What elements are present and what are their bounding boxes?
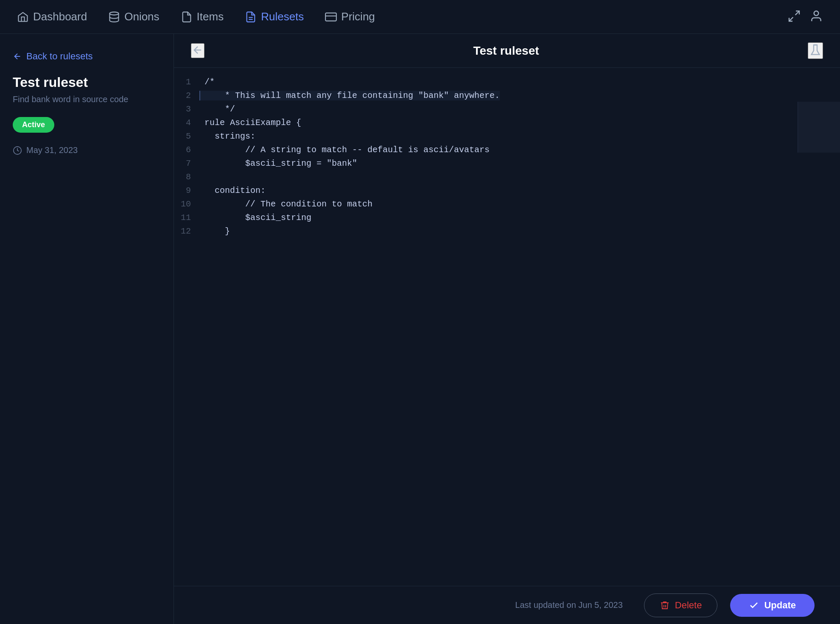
fullscreen-button[interactable] — [787, 9, 801, 25]
content-footer: Last updated on Jun 5, 2023 Delete Updat… — [174, 586, 840, 624]
line-content: } — [199, 226, 230, 236]
line-content: */ — [199, 104, 235, 114]
line-number: 2 — [174, 91, 199, 100]
update-label: Update — [764, 600, 796, 611]
line-number: 5 — [174, 131, 199, 141]
line-number: 10 — [174, 199, 199, 209]
content-header: Test ruleset — [174, 34, 840, 68]
minimap — [798, 102, 840, 153]
nav-left: Dashboard Onions Items Rul — [17, 10, 375, 23]
navbar: Dashboard Onions Items Rul — [0, 0, 840, 34]
back-to-rulesets-link[interactable]: Back to rulesets — [13, 51, 161, 62]
line-content: // The condition to match — [199, 199, 372, 209]
line-content: * This will match any file containing "b… — [199, 91, 500, 100]
nav-rulesets[interactable]: Rulesets — [245, 10, 304, 23]
dashboard-label: Dashboard — [33, 10, 87, 23]
check-icon — [749, 600, 759, 610]
table-row: 6 // A string to match -- default is asc… — [174, 144, 840, 158]
table-row: 5 strings: — [174, 131, 840, 144]
user-profile-button[interactable] — [809, 9, 823, 25]
user-icon — [809, 9, 823, 23]
line-content: // A string to match -- default is ascii… — [199, 145, 490, 155]
table-row: 9 condition: — [174, 185, 840, 198]
document-icon — [245, 11, 257, 23]
nav-dashboard[interactable]: Dashboard — [17, 10, 87, 23]
flask-icon — [809, 43, 822, 57]
back-arrow-icon — [192, 44, 204, 56]
date-row: May 31, 2023 — [13, 145, 161, 155]
line-content: $ascii_string = "bank" — [199, 159, 357, 168]
rulesets-label: Rulesets — [261, 10, 304, 23]
delete-label: Delete — [675, 600, 702, 611]
nav-right — [787, 9, 823, 25]
trash-icon — [660, 600, 670, 610]
line-number: 6 — [174, 145, 199, 155]
content-title: Test ruleset — [473, 44, 539, 58]
code-editor[interactable]: 1/*2 * This will match any file containi… — [174, 68, 840, 586]
delete-button[interactable]: Delete — [644, 593, 718, 617]
line-number: 3 — [174, 104, 199, 114]
table-row: 1/* — [174, 76, 840, 90]
line-content: /* — [199, 77, 215, 87]
ruleset-description: Find bank word in source code — [13, 95, 161, 104]
line-number: 12 — [174, 226, 199, 236]
back-label: Back to rulesets — [26, 51, 93, 62]
line-content: condition: — [199, 186, 266, 195]
content-back-button[interactable] — [191, 43, 204, 58]
line-number: 7 — [174, 159, 199, 168]
table-row: 10 // The condition to match — [174, 198, 840, 212]
credit-card-icon — [325, 11, 337, 23]
table-row: 3 */ — [174, 103, 840, 117]
table-row: 2 * This will match any file containing … — [174, 90, 840, 103]
nav-pricing[interactable]: Pricing — [325, 10, 375, 23]
line-content: rule AsciiExample { — [199, 118, 301, 128]
database-icon — [108, 11, 120, 23]
code-lines: 1/*2 * This will match any file containi… — [174, 76, 840, 239]
line-number: 8 — [174, 172, 199, 182]
svg-line-6 — [789, 17, 793, 21]
line-number: 4 — [174, 118, 199, 128]
table-row: 11 $ascii_string — [174, 212, 840, 226]
status-badge: Active — [13, 117, 54, 133]
pricing-label: Pricing — [341, 10, 375, 23]
line-number: 11 — [174, 213, 199, 223]
last-updated-text: Last updated on Jun 5, 2023 — [515, 600, 623, 610]
ruleset-title: Test ruleset — [13, 75, 161, 90]
update-button[interactable]: Update — [730, 594, 815, 617]
test-ruleset-button[interactable] — [808, 42, 823, 59]
fullscreen-icon — [787, 9, 801, 23]
svg-point-0 — [110, 12, 119, 15]
date-label: May 31, 2023 — [26, 145, 78, 155]
onions-label: Onions — [124, 10, 159, 23]
items-label: Items — [197, 10, 224, 23]
line-number: 1 — [174, 77, 199, 87]
main-layout: Back to rulesets Test ruleset Find bank … — [0, 34, 840, 624]
content-area: Test ruleset 1/*2 * This will match any … — [174, 34, 840, 624]
nav-onions[interactable]: Onions — [108, 10, 159, 23]
table-row: 4rule AsciiExample { — [174, 117, 840, 131]
sidebar: Back to rulesets Test ruleset Find bank … — [0, 34, 174, 624]
line-number: 9 — [174, 186, 199, 195]
line-content: $ascii_string — [199, 213, 311, 223]
line-content: strings: — [199, 131, 255, 141]
file-icon — [181, 11, 193, 23]
svg-rect-3 — [325, 13, 336, 21]
table-row: 8 — [174, 171, 840, 185]
clock-icon — [13, 146, 22, 155]
home-icon — [17, 11, 29, 23]
arrow-left-icon — [13, 52, 22, 61]
table-row: 7 $ascii_string = "bank" — [174, 158, 840, 171]
svg-line-5 — [795, 11, 799, 15]
svg-point-7 — [814, 11, 819, 16]
table-row: 12 } — [174, 226, 840, 239]
nav-items[interactable]: Items — [181, 10, 224, 23]
